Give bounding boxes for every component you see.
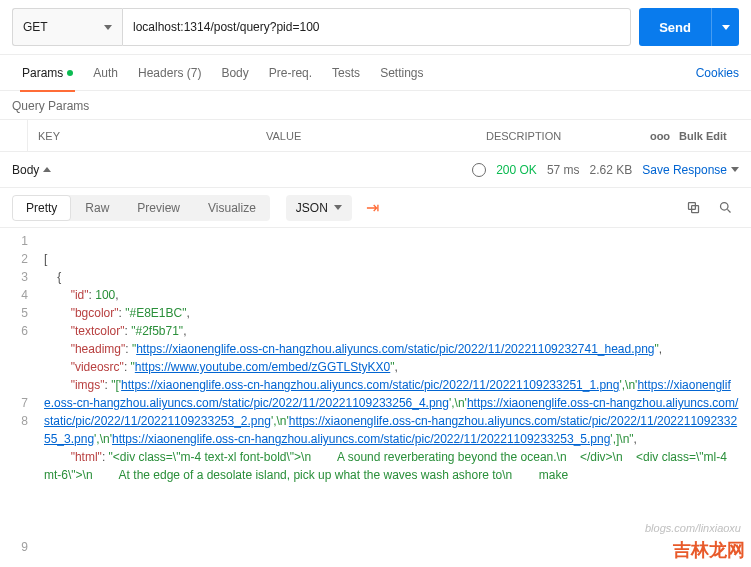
code-text: [ { "id": 100, "bgcolor": "#E8E1BC", "te… [0, 228, 751, 488]
copy-icon[interactable] [679, 194, 707, 222]
chevron-down-icon [334, 205, 342, 210]
format-select[interactable]: JSON [286, 195, 352, 221]
chevron-down-icon [722, 25, 730, 30]
chevron-down-icon [104, 25, 112, 30]
kv-header-row: KEY VALUE DESCRIPTION ooo Bulk Edit [0, 120, 751, 152]
tab-prereq[interactable]: Pre-req. [259, 55, 322, 91]
kv-value-header: VALUE [256, 130, 476, 142]
search-icon[interactable] [711, 194, 739, 222]
view-mode-segment: Pretty Raw Preview Visualize [12, 195, 270, 221]
response-body-tab[interactable]: Body [12, 163, 39, 177]
tab-headers[interactable]: Headers (7) [128, 55, 211, 91]
cookies-link[interactable]: Cookies [696, 66, 739, 80]
response-time: 57 ms [547, 163, 580, 177]
view-raw[interactable]: Raw [71, 195, 123, 221]
watermark-text: 吉林龙网 [673, 541, 745, 559]
tab-body[interactable]: Body [211, 55, 258, 91]
view-visualize[interactable]: Visualize [194, 195, 270, 221]
http-method-value: GET [23, 20, 48, 34]
kv-key-header: KEY [28, 130, 256, 142]
send-dropdown-button[interactable] [711, 8, 739, 46]
status-badge: 200 OK [496, 163, 537, 177]
view-preview[interactable]: Preview [123, 195, 194, 221]
chevron-icon [43, 167, 51, 172]
svg-point-2 [720, 203, 728, 211]
bulk-edit-button[interactable]: Bulk Edit [679, 130, 751, 142]
response-body[interactable]: 123456789 [ { "id": 100, "bgcolor": "#E8… [0, 228, 751, 565]
line-gutter: 123456789 [0, 228, 36, 560]
http-method-select[interactable]: GET [12, 8, 122, 46]
tab-tests[interactable]: Tests [322, 55, 370, 91]
wrap-lines-icon[interactable]: ⇥ [366, 198, 379, 217]
tab-settings[interactable]: Settings [370, 55, 433, 91]
send-button[interactable]: Send [639, 8, 711, 46]
chevron-down-icon [731, 167, 739, 172]
tab-params[interactable]: Params [12, 55, 83, 91]
kv-more-button[interactable]: ooo [641, 130, 679, 142]
query-params-label: Query Params [0, 91, 751, 120]
save-response-button[interactable]: Save Response [642, 163, 739, 177]
globe-icon[interactable] [472, 163, 486, 177]
watermark-url: blogs.com/linxiaoxu [645, 519, 741, 537]
view-pretty[interactable]: Pretty [12, 195, 71, 221]
indicator-dot [67, 70, 73, 76]
tab-auth[interactable]: Auth [83, 55, 128, 91]
response-size: 2.62 KB [590, 163, 633, 177]
url-input[interactable] [122, 8, 631, 46]
kv-desc-header: DESCRIPTION [476, 130, 641, 142]
svg-line-3 [727, 209, 730, 212]
